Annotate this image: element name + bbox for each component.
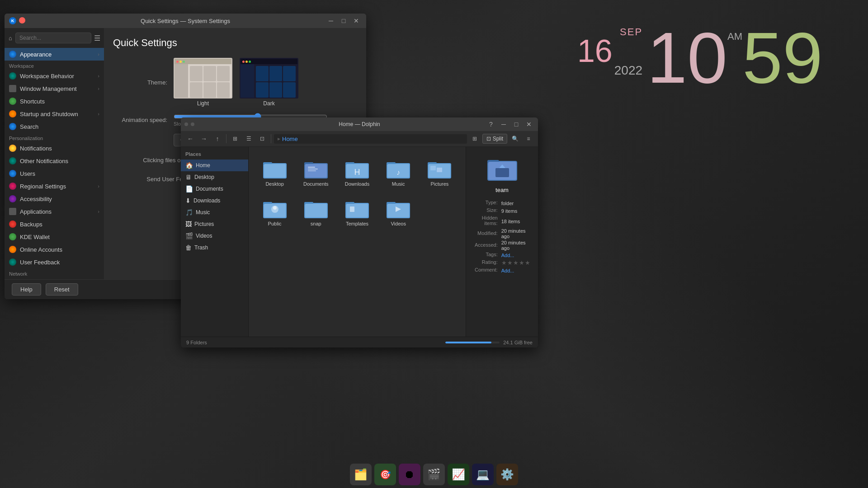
sidebar-menu-button[interactable]: ☰ xyxy=(94,34,100,42)
file-name: Downloads xyxy=(345,181,369,187)
appearance-icon xyxy=(9,51,16,58)
comment-label: Comment: xyxy=(472,267,500,274)
sidebar-item-regional[interactable]: Regional Settings › xyxy=(5,180,104,192)
comment-add-link[interactable]: Add... xyxy=(501,268,514,273)
home-icon: 🏠 xyxy=(185,162,193,169)
dolphin-list-view-button[interactable]: ☰ xyxy=(243,133,255,145)
window-close-button[interactable] xyxy=(19,17,25,23)
sidebar-home[interactable]: 🏠 Home xyxy=(181,160,248,171)
taskbar-settings[interactable]: ⚙️ xyxy=(496,464,518,485)
sidebar-item-label: Videos xyxy=(196,233,212,239)
clock-widget: SEP 16 2022 10 AM 59 xyxy=(577,27,823,90)
file-item-templates[interactable]: Templates xyxy=(338,194,376,230)
sidebar-documents[interactable]: 📄 Documents xyxy=(181,183,248,195)
dolphin-app-icon xyxy=(184,122,188,126)
dolphin-search-button[interactable]: 🔍 xyxy=(509,133,521,145)
sidebar-search-input[interactable] xyxy=(15,33,91,43)
dolphin-menu-button[interactable]: ≡ xyxy=(523,133,534,145)
info-row-accessed: Accessed: 20 minutes ago xyxy=(472,240,533,251)
regional-icon xyxy=(9,183,16,190)
dolphin-close-button[interactable]: ✕ xyxy=(524,120,534,129)
tags-add-link[interactable]: Add... xyxy=(501,253,514,258)
sidebar-desktop[interactable]: 🖥 Desktop xyxy=(181,171,248,183)
theme-option-dark[interactable]: Dark xyxy=(240,58,298,107)
dolphin-panels-button[interactable]: ⊞ xyxy=(469,133,481,145)
file-item-desktop[interactable]: Desktop xyxy=(256,154,293,190)
footer-right: 24.1 GiB free xyxy=(445,340,533,345)
window-minimize-button[interactable]: ─ xyxy=(326,16,336,25)
sidebar-item-notifications[interactable]: Notifications xyxy=(5,142,104,155)
taskbar: 🗂️ 🎯 ⏺ 🎬 📈 💻 ⚙️ xyxy=(0,461,868,488)
file-item-downloads[interactable]: H Downloads xyxy=(338,154,376,190)
folder-icon xyxy=(303,197,329,219)
downloads-icon: ⬇ xyxy=(185,197,191,204)
dolphin-grid-view-button[interactable]: ⊞ xyxy=(229,133,241,145)
help-button[interactable]: Help xyxy=(12,283,41,296)
sidebar-item-kde-wallet[interactable]: KDE Wallet xyxy=(5,230,104,243)
taskbar-media[interactable]: ⏺ xyxy=(399,464,420,485)
sidebar-item-other-notifications[interactable]: Other Notifications xyxy=(5,155,104,167)
sidebar-music[interactable]: 🎵 Music xyxy=(181,206,248,218)
file-item-documents[interactable]: Documents xyxy=(297,154,335,190)
dolphin-forward-button[interactable]: → xyxy=(198,133,210,145)
dolphin-maximize-button[interactable]: □ xyxy=(511,120,522,129)
file-item-music[interactable]: ♪ Music xyxy=(380,154,417,190)
svg-rect-41 xyxy=(495,168,509,177)
dolphin-minimize-button[interactable]: ─ xyxy=(498,120,509,129)
sidebar-item-user-feedback[interactable]: User Feedback xyxy=(5,256,104,268)
sidebar-pictures[interactable]: 🖼 Pictures xyxy=(181,218,248,230)
window-close-x-button[interactable]: ✕ xyxy=(351,16,362,25)
path-home[interactable]: Home xyxy=(282,136,298,142)
file-item-videos[interactable]: Videos xyxy=(380,194,417,230)
dolphin-help-button[interactable]: ? xyxy=(486,120,496,129)
sidebar-item-applications[interactable]: Applications › xyxy=(5,205,104,218)
dolphin-up-button[interactable]: ↑ xyxy=(212,133,223,145)
network-section-label: Network xyxy=(5,268,104,277)
video-icon: 🎬 xyxy=(427,468,441,481)
arrow-icon: › xyxy=(98,209,99,214)
sidebar-downloads[interactable]: ⬇ Downloads xyxy=(181,195,248,206)
sidebar-item-label: Home xyxy=(196,162,210,169)
dolphin-split-button[interactable]: ⊡ Split xyxy=(482,134,507,144)
app-icon: K xyxy=(9,17,16,24)
sidebar-trash[interactable]: 🗑 Trash xyxy=(181,242,248,253)
sidebar-videos[interactable]: 🎬 Videos xyxy=(181,230,248,242)
sidebar-item-search[interactable]: Search xyxy=(5,120,104,133)
sidebar-item-backups[interactable]: Backups xyxy=(5,218,104,230)
dolphin-sidebar: Places 🏠 Home 🖥 Desktop 📄 Documents ⬇ Do… xyxy=(181,147,249,337)
sidebar-item-online-accounts[interactable]: Online Accounts xyxy=(5,243,104,256)
sidebar-item-label: Shortcuts xyxy=(20,98,99,105)
taskbar-terminal[interactable]: 💻 xyxy=(472,464,494,485)
file-item-pictures[interactable]: Pictures xyxy=(421,154,458,190)
sidebar-item-appearance[interactable]: Appearance › xyxy=(5,48,104,61)
sidebar-item-startup[interactable]: Startup and Shutdown › xyxy=(5,108,104,120)
sidebar-item-label: Downloads xyxy=(193,197,220,204)
folder-icon: H xyxy=(344,158,370,179)
theme-option-light[interactable]: Light xyxy=(174,58,232,107)
window-maximize-button[interactable]: □ xyxy=(338,16,349,25)
dolphin-back-button[interactable]: ← xyxy=(184,133,196,145)
folder-icon xyxy=(344,197,370,219)
file-item-snap[interactable]: snap xyxy=(297,194,335,230)
taskbar-files[interactable]: 🗂️ xyxy=(350,464,372,485)
taskbar-video[interactable]: 🎬 xyxy=(423,464,445,485)
rating-stars[interactable]: ★★★★★ xyxy=(501,259,531,266)
reset-button[interactable]: Reset xyxy=(46,283,78,296)
clock-month: SEP xyxy=(620,27,642,37)
file-name: snap xyxy=(311,221,321,226)
taskbar-kde[interactable]: 🎯 xyxy=(374,464,396,485)
taskbar-monitor[interactable]: 📈 xyxy=(448,464,469,485)
sidebar-item-workspace-behavior[interactable]: Workspace Behavior › xyxy=(5,70,104,82)
documents-icon: 📄 xyxy=(185,185,193,192)
dolphin-split-view-button[interactable]: ⊡ xyxy=(256,133,268,145)
sidebar-item-shortcuts[interactable]: Shortcuts xyxy=(5,95,104,108)
window-management-icon xyxy=(9,85,16,92)
file-item-public[interactable]: Public xyxy=(256,194,293,230)
sidebar-home-button[interactable]: ⌂ xyxy=(8,32,13,44)
sidebar-item-accessibility[interactable]: Accessibility xyxy=(5,192,104,205)
sidebar-item-window-management[interactable]: Window Management › xyxy=(5,82,104,95)
sidebar-item-connections[interactable]: Connections xyxy=(5,277,104,279)
sidebar-item-users[interactable]: Users xyxy=(5,167,104,180)
svg-rect-21 xyxy=(437,168,442,172)
storage-progress-bar xyxy=(445,342,500,343)
